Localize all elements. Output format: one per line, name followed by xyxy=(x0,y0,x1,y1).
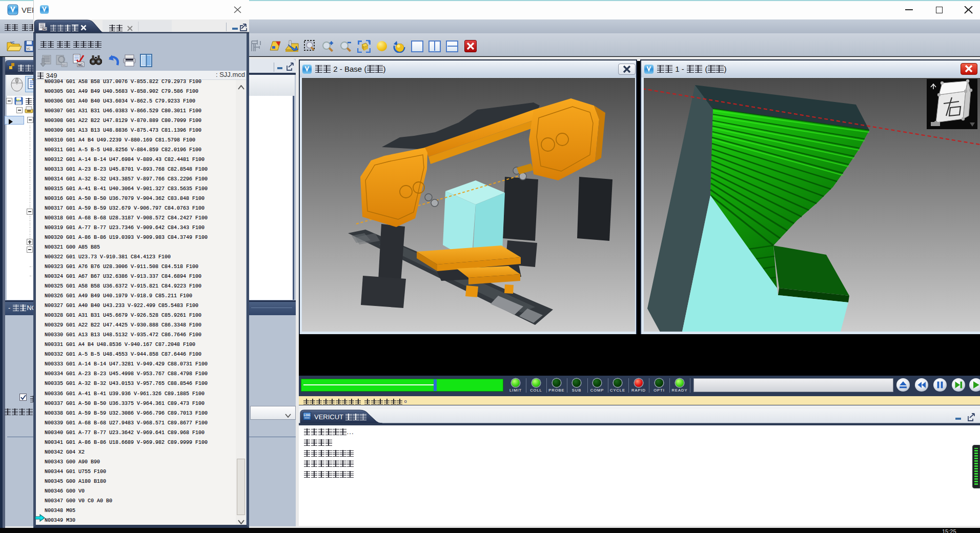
svg-text:NC: NC xyxy=(62,64,67,67)
svg-text:NC: NC xyxy=(78,63,84,67)
svg-text:VC: VC xyxy=(16,98,20,101)
svg-text:VC: VC xyxy=(10,41,15,44)
svg-text:VC: VC xyxy=(27,47,30,50)
svg-text:NC: NC xyxy=(43,28,47,31)
